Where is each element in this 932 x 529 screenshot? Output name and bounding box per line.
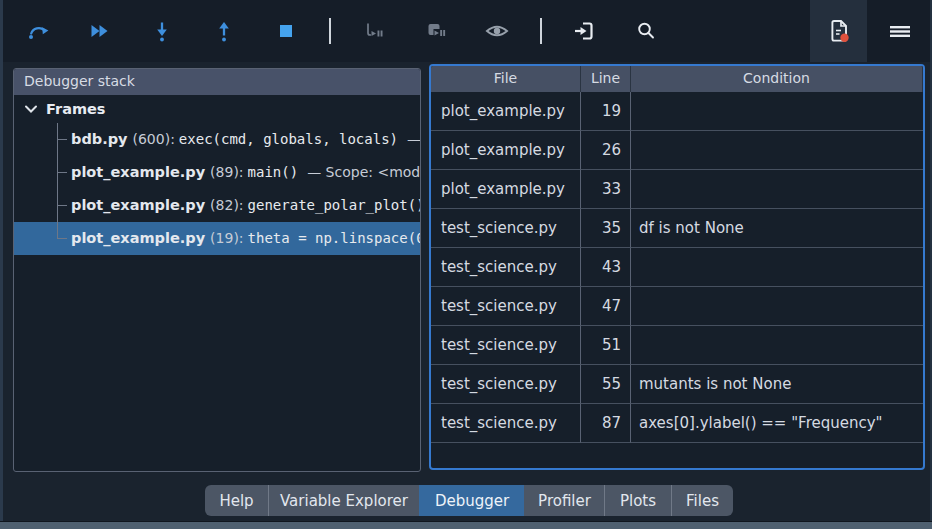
debugger-stack-title: Debugger stack: [14, 69, 420, 95]
frame-code: theta = np.linspace(0.: [248, 230, 420, 246]
enter-debugger-button[interactable]: [564, 11, 604, 51]
window-edge-left: [0, 0, 3, 529]
run-current-line-icon: [25, 18, 51, 44]
tab-variable-explorer[interactable]: Variable Explorer: [268, 485, 419, 516]
frame-file: plot_example.py: [71, 164, 205, 180]
search-button[interactable]: [626, 11, 666, 51]
bp-file[interactable]: test_science.py: [431, 365, 581, 404]
bp-file[interactable]: plot_example.py: [431, 131, 581, 170]
breakpoints-document-icon: [824, 16, 854, 46]
bp-file[interactable]: test_science.py: [431, 404, 581, 443]
run-to-cursor-button[interactable]: [353, 11, 393, 51]
search-icon: [633, 18, 659, 44]
step-into-button[interactable]: [142, 11, 182, 51]
show-file-button[interactable]: [477, 11, 517, 51]
bp-line[interactable]: 43: [581, 248, 631, 287]
bp-condition[interactable]: axes[0].ylabel() == "Frequency": [631, 404, 923, 443]
run-from-cursor-icon: [422, 18, 448, 44]
breakpoints-list-button[interactable]: [810, 0, 867, 62]
window-bottom-edge: [0, 521, 932, 529]
eye-icon: [483, 18, 511, 44]
tree-tick: [57, 172, 67, 173]
stop-debugging-button[interactable]: [266, 11, 306, 51]
tree-tick: [57, 139, 67, 140]
frame-row-selected[interactable]: plot_example.py(19):theta = np.linspace(…: [14, 222, 420, 255]
column-header-condition[interactable]: Condition: [631, 66, 923, 92]
bp-line[interactable]: 51: [581, 326, 631, 365]
frame-line: (82):: [210, 197, 243, 213]
toolbar-separator: [540, 18, 542, 44]
bp-file[interactable]: test_science.py: [431, 209, 581, 248]
bp-condition[interactable]: [631, 131, 923, 170]
bp-line[interactable]: 87: [581, 404, 631, 443]
tab-files[interactable]: Files: [671, 485, 733, 516]
chevron-down-icon: [24, 103, 38, 115]
tree-tick: [57, 238, 67, 239]
breakpoints-panel: File Line Condition plot_example.py 19 p…: [429, 64, 925, 470]
bp-condition[interactable]: mutants is not None: [631, 365, 923, 404]
frame-suffix: —: [407, 131, 420, 147]
tab-plots[interactable]: Plots: [604, 485, 671, 516]
step-return-button[interactable]: [204, 11, 244, 51]
frame-code: exec(cmd, globals, locals): [179, 131, 398, 147]
breakpoints-table: File Line Condition plot_example.py 19 p…: [431, 66, 923, 443]
bp-file[interactable]: plot_example.py: [431, 92, 581, 131]
frame-line: (600):: [132, 131, 174, 147]
frame-code: main(): [248, 164, 299, 180]
bp-line[interactable]: 35: [581, 209, 631, 248]
bp-line[interactable]: 19: [581, 92, 631, 131]
bp-condition[interactable]: df is not None: [631, 209, 923, 248]
frame-file: plot_example.py: [71, 230, 205, 246]
bp-file[interactable]: test_science.py: [431, 248, 581, 287]
frame-suffix: — Scope: <mod: [307, 164, 420, 180]
tab-help[interactable]: Help: [205, 485, 268, 516]
toolbar-separator: [329, 18, 331, 44]
tree-tick: [57, 205, 67, 206]
enter-debugger-icon: [571, 18, 597, 44]
bp-line[interactable]: 33: [581, 170, 631, 209]
frame-row[interactable]: bdb.py(600):exec(cmd, globals, locals)—: [14, 123, 420, 156]
frame-line: (19):: [210, 230, 243, 246]
tab-profiler[interactable]: Profiler: [524, 485, 604, 516]
bp-condition[interactable]: [631, 248, 923, 287]
frame-row[interactable]: plot_example.py(89):main()— Scope: <mod: [14, 156, 420, 189]
debug-toolbar: [0, 0, 932, 62]
run-from-cursor-button[interactable]: [415, 11, 455, 51]
tab-debugger[interactable]: Debugger: [419, 485, 524, 516]
bp-line[interactable]: 55: [581, 365, 631, 404]
bp-condition[interactable]: [631, 287, 923, 326]
bp-condition[interactable]: [631, 326, 923, 365]
bp-condition[interactable]: [631, 170, 923, 209]
continue-execution-button[interactable]: [80, 11, 120, 51]
plugin-tabbar: Help Variable Explorer Debugger Profiler…: [205, 485, 733, 516]
frame-line: (89):: [210, 164, 243, 180]
run-to-cursor-icon: [360, 18, 386, 44]
frame-code: generate_polar_plot(): [248, 197, 420, 213]
frame-file: bdb.py: [71, 131, 127, 147]
stop-icon: [273, 18, 299, 44]
options-menu-button[interactable]: [867, 0, 932, 62]
bp-condition[interactable]: [631, 92, 923, 131]
bp-line[interactable]: 26: [581, 131, 631, 170]
bp-file[interactable]: test_science.py: [431, 287, 581, 326]
frames-root-label: Frames: [46, 101, 106, 117]
bp-file[interactable]: plot_example.py: [431, 170, 581, 209]
hamburger-menu-icon: [887, 18, 913, 44]
bp-line[interactable]: 47: [581, 287, 631, 326]
tree-guide: [57, 222, 58, 239]
step-into-icon: [149, 18, 175, 44]
frames-tree-root[interactable]: Frames: [14, 95, 420, 123]
debugger-stack-panel: Debugger stack Frames bdb.py(600):exec(c…: [13, 68, 421, 472]
column-header-line[interactable]: Line: [581, 66, 631, 92]
run-current-line-button[interactable]: [18, 11, 58, 51]
continue-icon: [87, 18, 113, 44]
step-return-icon: [211, 18, 237, 44]
column-header-file[interactable]: File: [431, 66, 581, 92]
frame-row[interactable]: plot_example.py(82):generate_polar_plot(…: [14, 189, 420, 222]
frame-file: plot_example.py: [71, 197, 205, 213]
bp-file[interactable]: test_science.py: [431, 326, 581, 365]
